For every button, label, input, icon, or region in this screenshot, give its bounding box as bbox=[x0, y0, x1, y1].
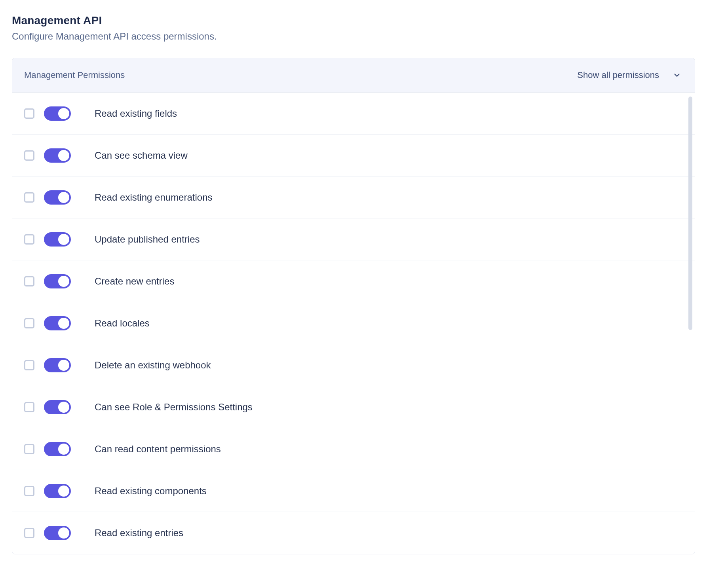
permission-toggle[interactable] bbox=[44, 274, 71, 288]
permission-row: Can read content permissions bbox=[12, 428, 695, 470]
permission-toggle[interactable] bbox=[44, 148, 71, 163]
toggle-knob bbox=[58, 402, 69, 413]
permission-checkbox[interactable] bbox=[24, 528, 34, 538]
toggle-knob bbox=[58, 108, 69, 119]
permission-toggle[interactable] bbox=[44, 526, 71, 540]
permission-toggle[interactable] bbox=[44, 190, 71, 205]
permission-checkbox[interactable] bbox=[24, 276, 34, 286]
permission-label: Read existing entries bbox=[95, 527, 183, 539]
permission-checkbox[interactable] bbox=[24, 402, 34, 412]
permission-toggle[interactable] bbox=[44, 232, 71, 247]
permission-checkbox[interactable] bbox=[24, 360, 34, 370]
chevron-down-icon bbox=[673, 71, 681, 80]
scrollbar-thumb[interactable] bbox=[688, 97, 692, 330]
permission-row: Read locales bbox=[12, 302, 695, 344]
toggle-knob bbox=[58, 192, 69, 203]
permission-label: Read existing fields bbox=[95, 108, 177, 119]
permission-label: Can read content permissions bbox=[95, 444, 221, 455]
permission-row: Create new entries bbox=[12, 260, 695, 302]
toggle-knob bbox=[58, 234, 69, 245]
permission-label: Update published entries bbox=[95, 234, 200, 245]
toggle-knob bbox=[58, 150, 69, 161]
permission-label: Read existing components bbox=[95, 486, 207, 497]
expand-permissions-button[interactable] bbox=[671, 69, 683, 81]
permission-row: Can see Role & Permissions Settings bbox=[12, 386, 695, 428]
show-all-permissions-label: Show all permissions bbox=[577, 70, 659, 80]
permissions-panel: Management Permissions Show all permissi… bbox=[12, 58, 695, 554]
page-title: Management API bbox=[12, 14, 695, 27]
permission-checkbox[interactable] bbox=[24, 150, 34, 161]
permission-checkbox[interactable] bbox=[24, 192, 34, 203]
permissions-list[interactable]: Read existing fieldsCan see schema viewR… bbox=[12, 93, 695, 554]
permission-toggle[interactable] bbox=[44, 442, 71, 456]
toggle-knob bbox=[58, 360, 69, 371]
permission-row: Read existing components bbox=[12, 470, 695, 512]
permission-toggle[interactable] bbox=[44, 106, 71, 121]
page-subtitle: Configure Management API access permissi… bbox=[12, 31, 695, 42]
permission-row: Delete an existing webhook bbox=[12, 344, 695, 386]
permission-row: Read existing enumerations bbox=[12, 176, 695, 218]
page-root: Management API Configure Management API … bbox=[0, 0, 707, 554]
permission-label: Read locales bbox=[95, 318, 150, 329]
permission-row: Read existing fields bbox=[12, 93, 695, 135]
toggle-knob bbox=[58, 276, 69, 287]
permission-row: Update published entries bbox=[12, 218, 695, 260]
rows-wrapper: Read existing fieldsCan see schema viewR… bbox=[12, 93, 695, 554]
permission-toggle[interactable] bbox=[44, 358, 71, 372]
permission-checkbox[interactable] bbox=[24, 318, 34, 328]
panel-header: Management Permissions Show all permissi… bbox=[12, 58, 695, 93]
permission-label: Read existing enumerations bbox=[95, 192, 213, 203]
permission-toggle[interactable] bbox=[44, 484, 71, 498]
permission-row: Read existing entries bbox=[12, 512, 695, 554]
permission-label: Can see schema view bbox=[95, 150, 188, 161]
toggle-knob bbox=[58, 486, 69, 497]
toggle-knob bbox=[58, 318, 69, 329]
permission-label: Can see Role & Permissions Settings bbox=[95, 402, 253, 413]
panel-title: Management Permissions bbox=[24, 70, 125, 80]
permission-toggle[interactable] bbox=[44, 316, 71, 330]
permission-checkbox[interactable] bbox=[24, 444, 34, 454]
permission-checkbox[interactable] bbox=[24, 486, 34, 496]
permission-label: Create new entries bbox=[95, 276, 174, 287]
permission-toggle[interactable] bbox=[44, 400, 71, 414]
toggle-knob bbox=[58, 527, 69, 539]
toggle-knob bbox=[58, 444, 69, 455]
permission-checkbox[interactable] bbox=[24, 234, 34, 245]
panel-header-actions: Show all permissions bbox=[577, 69, 683, 81]
permission-row: Can see schema view bbox=[12, 135, 695, 176]
permission-checkbox[interactable] bbox=[24, 108, 34, 119]
permission-label: Delete an existing webhook bbox=[95, 360, 211, 371]
